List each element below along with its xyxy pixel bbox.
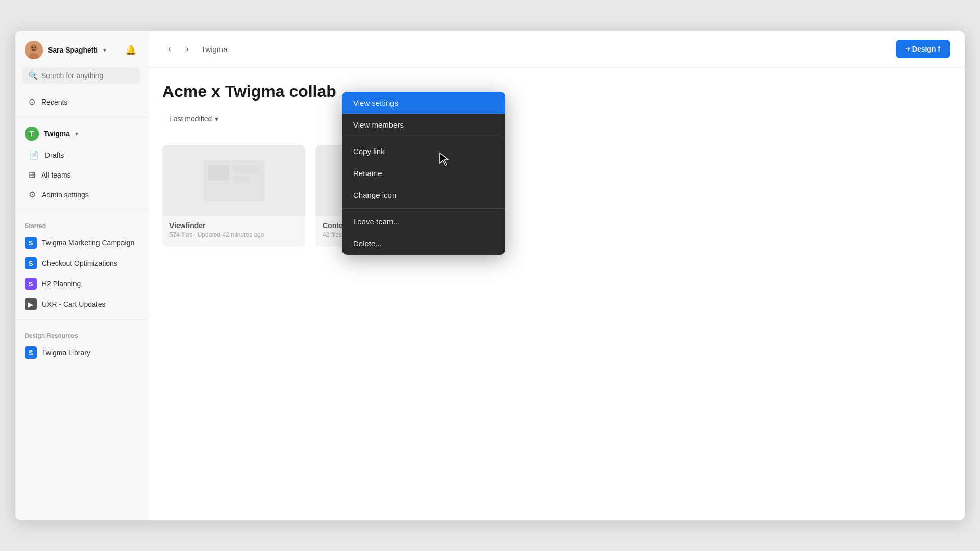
sidebar-item-recents[interactable]: ⊙ Recents [19,92,143,111]
main-content: ‹ › Twigma + Design f Acme x Twigma coll… [148,31,965,520]
recents-icon: ⊙ [29,97,35,107]
menu-item-leave-team[interactable]: Leave team... [342,211,505,233]
all-teams-icon: ⊞ [29,170,35,180]
svg-text:T: T [30,130,34,138]
sidebar-header: Sara Spaghetti ▾ 🔔 [15,31,148,67]
starred-item-h2-planning[interactable]: S H2 Planning [15,273,148,294]
user-name: Sara Spaghetti [48,46,98,54]
notification-bell-icon[interactable]: 🔔 [123,42,138,58]
avatar [24,41,43,59]
starred-label-twigma-marketing: Twigma Marketing Campaign [42,239,134,247]
user-info[interactable]: Sara Spaghetti ▾ [24,41,106,59]
starred-item-twigma-marketing[interactable]: S Twigma Marketing Campaign [15,233,148,253]
chevron-down-icon: ▾ [103,46,106,54]
sidebar-item-drafts[interactable]: 📄 Drafts [19,145,143,164]
starred-icon-twigma-library: S [24,346,37,359]
svg-text:▶: ▶ [28,300,33,308]
sidebar-divider-1 [15,117,148,117]
team-chevron-icon: ▾ [75,130,78,137]
menu-item-delete[interactable]: Delete... [342,233,505,255]
search-bar[interactable]: 🔍 [22,67,140,84]
svg-text:S: S [29,280,33,288]
starred-item-uxr-cart[interactable]: ▶ UXR - Cart Updates [15,294,148,314]
menu-item-copy-link[interactable]: Copy link [342,140,505,162]
starred-item-checkout-opt[interactable]: S Checkout Optimizations [15,253,148,273]
menu-item-rename[interactable]: Rename [342,162,505,184]
menu-item-view-members[interactable]: View members [342,114,505,136]
context-menu-overlay[interactable]: View settings View members Copy link Ren… [148,31,965,520]
svg-text:S: S [29,349,33,357]
sidebar-item-admin-settings[interactable]: ⚙ Admin settings [19,185,143,204]
team-icon: T [24,127,39,141]
search-icon: 🔍 [29,71,37,80]
starred-label-twigma-library: Twigma Library [42,348,90,357]
sidebar-item-all-teams[interactable]: ⊞ All teams [19,165,143,184]
drafts-label: Drafts [45,151,64,159]
drafts-icon: 📄 [29,150,39,160]
sidebar-divider-3 [15,319,148,320]
context-menu: View settings View members Copy link Ren… [342,92,505,255]
starred-icon-checkout: S [24,257,37,269]
all-teams-label: All teams [41,171,71,179]
starred-section-label: Starred [15,215,148,233]
starred-label-h2-planning: H2 Planning [42,280,81,288]
starred-item-twigma-library[interactable]: S Twigma Library [15,342,148,363]
design-resources-label: Design Resources [15,325,148,342]
starred-icon-twigma-marketing: S [24,237,37,249]
menu-item-change-icon[interactable]: Change icon [342,184,505,206]
menu-divider-1 [342,138,505,138]
app-window: Sara Spaghetti ▾ 🔔 🔍 ⊙ Recents T Twigma … [15,31,965,520]
starred-label-checkout: Checkout Optimizations [42,259,117,267]
menu-item-view-settings[interactable]: View settings [342,92,505,114]
search-input[interactable] [41,71,134,80]
menu-divider-2 [342,208,505,209]
team-name: Twigma [44,130,70,138]
svg-point-4 [35,47,36,48]
sidebar-divider-2 [15,210,148,210]
sidebar-team-twigma[interactable]: T Twigma ▾ [15,122,148,145]
admin-settings-label: Admin settings [42,191,89,199]
starred-icon-uxr-cart: ▶ [24,298,37,310]
starred-icon-h2-planning: S [24,278,37,290]
admin-settings-icon: ⚙ [29,190,36,199]
recents-label: Recents [41,98,67,106]
starred-label-uxr-cart: UXR - Cart Updates [42,300,105,308]
sidebar: Sara Spaghetti ▾ 🔔 🔍 ⊙ Recents T Twigma … [15,31,148,520]
svg-text:S: S [29,239,33,247]
svg-text:S: S [29,260,33,267]
svg-point-3 [32,47,33,48]
